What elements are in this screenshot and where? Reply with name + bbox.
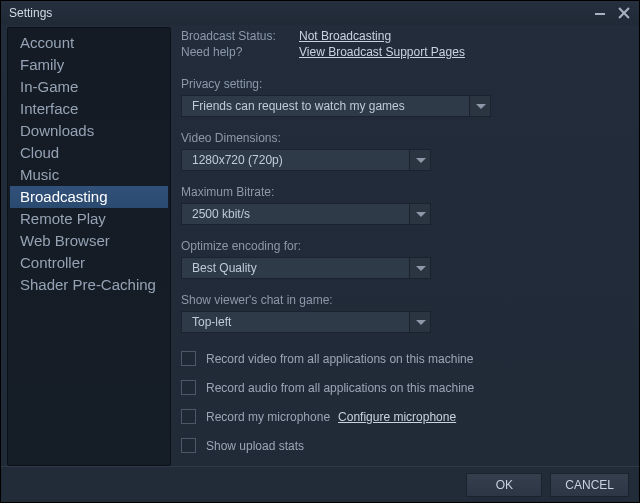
optimize-encoding-value: Best Quality <box>181 257 409 279</box>
sidebar: Account Family In-Game Interface Downloa… <box>7 27 171 466</box>
show-upload-stats-label: Show upload stats <box>206 439 304 453</box>
settings-window: Settings Account Family In-Game Interfac… <box>0 0 640 503</box>
sidebar-item-remote-play[interactable]: Remote Play <box>10 208 168 230</box>
close-icon[interactable] <box>617 6 631 20</box>
optimize-encoding-select[interactable]: Best Quality <box>181 257 431 279</box>
video-dimensions-value: 1280x720 (720p) <box>181 149 409 171</box>
sidebar-item-interface[interactable]: Interface <box>10 98 168 120</box>
sidebar-item-cloud[interactable]: Cloud <box>10 142 168 164</box>
sidebar-item-downloads[interactable]: Downloads <box>10 120 168 142</box>
broadcast-status-label: Broadcast Status: <box>181 29 285 43</box>
video-dimensions-label: Video Dimensions: <box>181 131 623 145</box>
sidebar-item-account[interactable]: Account <box>10 32 168 54</box>
chevron-down-icon[interactable] <box>469 95 491 117</box>
need-help-label: Need help? <box>181 45 285 59</box>
show-upload-stats-checkbox[interactable] <box>181 438 196 453</box>
record-video-label: Record video from all applications on th… <box>206 352 473 366</box>
configure-microphone-link[interactable]: Configure microphone <box>338 410 456 424</box>
maximum-bitrate-label: Maximum Bitrate: <box>181 185 623 199</box>
ok-button[interactable]: OK <box>466 473 542 497</box>
chevron-down-icon[interactable] <box>409 149 431 171</box>
video-dimensions-select[interactable]: 1280x720 (720p) <box>181 149 431 171</box>
sidebar-item-web-browser[interactable]: Web Browser <box>10 230 168 252</box>
chevron-down-icon[interactable] <box>409 311 431 333</box>
optimize-encoding-label: Optimize encoding for: <box>181 239 623 253</box>
sidebar-item-music[interactable]: Music <box>10 164 168 186</box>
support-pages-link[interactable]: View Broadcast Support Pages <box>299 45 465 59</box>
privacy-setting-value: Friends can request to watch my games <box>181 95 469 117</box>
record-mic-checkbox[interactable] <box>181 409 196 424</box>
record-audio-label: Record audio from all applications on th… <box>206 381 474 395</box>
broadcast-status-value[interactable]: Not Broadcasting <box>299 29 391 43</box>
cancel-button[interactable]: CANCEL <box>550 473 629 497</box>
sidebar-item-in-game[interactable]: In-Game <box>10 76 168 98</box>
sidebar-item-family[interactable]: Family <box>10 54 168 76</box>
record-mic-label: Record my microphone <box>206 410 330 424</box>
viewer-chat-label: Show viewer's chat in game: <box>181 293 623 307</box>
privacy-setting-label: Privacy setting: <box>181 77 623 91</box>
minimize-icon[interactable] <box>593 6 607 20</box>
privacy-setting-select[interactable]: Friends can request to watch my games <box>181 95 491 117</box>
chevron-down-icon[interactable] <box>409 203 431 225</box>
chevron-down-icon[interactable] <box>409 257 431 279</box>
window-title: Settings <box>9 6 52 20</box>
maximum-bitrate-value: 2500 kbit/s <box>181 203 409 225</box>
record-audio-checkbox[interactable] <box>181 380 196 395</box>
sidebar-item-controller[interactable]: Controller <box>10 252 168 274</box>
viewer-chat-value: Top-left <box>181 311 409 333</box>
sidebar-item-shader-pre-caching[interactable]: Shader Pre-Caching <box>10 274 168 296</box>
viewer-chat-select[interactable]: Top-left <box>181 311 431 333</box>
maximum-bitrate-select[interactable]: 2500 kbit/s <box>181 203 431 225</box>
window-body: Account Family In-Game Interface Downloa… <box>1 25 639 466</box>
footer: OK CANCEL <box>1 466 639 502</box>
broadcasting-panel: Broadcast Status: Not Broadcasting Need … <box>177 27 633 466</box>
sidebar-item-broadcasting[interactable]: Broadcasting <box>10 186 168 208</box>
record-video-checkbox[interactable] <box>181 351 196 366</box>
titlebar: Settings <box>1 1 639 25</box>
